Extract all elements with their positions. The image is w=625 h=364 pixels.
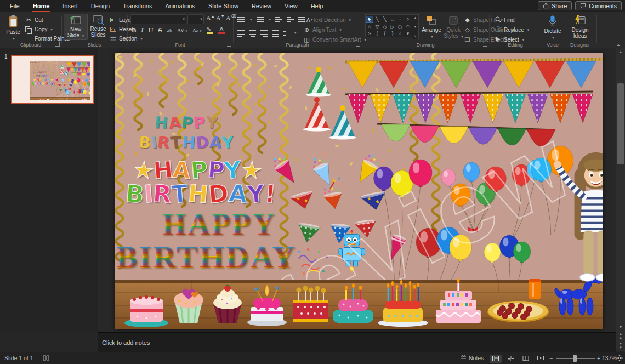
text-direction-button[interactable]: ↕AText Direction▾ <box>303 16 366 24</box>
patchwork-birthday-text[interactable]: BIRTHDAY <box>32 74 50 77</box>
previous-slide-button[interactable]: ▲▲ <box>616 332 625 340</box>
slide-canvas[interactable]: HAPPY BIRTHDAY ★HAPPY★ BIRTHDAY! HAPPY B… <box>115 53 603 329</box>
scrollbar-thumb[interactable] <box>617 83 624 164</box>
columns-button[interactable] <box>283 30 289 37</box>
bullets-button[interactable] <box>237 16 245 23</box>
pennant-flag <box>473 61 502 88</box>
scroll-up-arrow[interactable]: ▲ <box>616 48 625 55</box>
design-ideas-button[interactable]: DesignIdeas <box>569 14 592 39</box>
comments-button[interactable]: Comments <box>575 1 622 10</box>
fit-to-window-button[interactable] <box>616 355 623 362</box>
colorful-birthday-text[interactable]: BIRTHDAY! <box>115 181 286 207</box>
reading-view-button[interactable] <box>520 355 532 363</box>
find-button[interactable]: Find <box>495 16 529 24</box>
tab-home[interactable]: Home <box>26 0 56 12</box>
paragraph-dialog-launcher[interactable] <box>356 42 360 47</box>
tab-transitions[interactable]: Transitions <box>116 0 158 12</box>
next-slide-button[interactable]: ▼▼ <box>616 342 625 350</box>
confetti-piece <box>409 110 413 112</box>
tab-design[interactable]: Design <box>84 0 116 12</box>
hat-pompom <box>316 67 321 72</box>
zoom-in-button[interactable]: + <box>597 355 600 361</box>
tab-file[interactable]: File <box>3 0 26 12</box>
paste-button[interactable]: Paste▾ <box>2 14 25 42</box>
align-center-button[interactable] <box>249 29 256 38</box>
share-icon <box>543 3 549 9</box>
align-text-icon: ⊕ <box>303 26 310 33</box>
zoom-out-button[interactable]: − <box>549 355 553 361</box>
reuse-slides-button[interactable]: ReuseSlides <box>87 14 110 38</box>
comments-label: Comments <box>589 3 617 9</box>
font-dialog-launcher[interactable] <box>227 42 231 47</box>
confetti-piece <box>71 73 71 74</box>
metallic-birthday-text[interactable]: BIRTHDAY <box>30 61 39 63</box>
normal-view-button[interactable] <box>490 355 502 363</box>
increase-font-button[interactable]: A▲ <box>206 14 215 22</box>
collapse-ribbon-button[interactable]: ▲ <box>616 43 621 47</box>
metallic-birthday-text[interactable]: BIRTHDAY <box>116 238 297 275</box>
zoom-level[interactable]: 137% <box>602 355 617 361</box>
font-name-select[interactable]: ▾ <box>130 14 186 24</box>
tab-review[interactable]: Review <box>245 0 278 12</box>
confetti-piece <box>58 66 58 67</box>
shapes-scroll[interactable]: ▲▼⊽ <box>412 14 419 39</box>
align-right-button[interactable] <box>260 29 268 38</box>
confetti-piece <box>67 78 67 79</box>
quick-styles-button[interactable]: QuickStyles ▾ <box>442 14 465 40</box>
align-text-button[interactable]: ⊕Align Text▾ <box>303 26 366 34</box>
vertical-scrollbar[interactable]: ▲ ▼ ▲▲ ▼▼ <box>616 48 625 351</box>
font-size-select[interactable]: ▾ <box>188 14 204 24</box>
font-color-button[interactable]: A <box>218 27 225 34</box>
tab-slide-show[interactable]: Slide Show <box>202 0 245 12</box>
replace-button[interactable]: Replace▾ <box>495 26 529 34</box>
colorful-happy-text[interactable]: ★HAPPY★ <box>115 159 280 182</box>
underline-button[interactable]: U <box>149 26 154 35</box>
change-case-button[interactable]: Aa▾ <box>192 27 202 33</box>
increase-indent-button[interactable] <box>287 16 294 23</box>
quick-styles-icon <box>448 15 459 26</box>
pennant-flag <box>566 61 596 88</box>
scroll-down-arrow[interactable]: ▼ <box>616 323 625 331</box>
italic-button[interactable]: I <box>141 26 143 35</box>
slide-thumbnail[interactable]: HAPPY BIRTHDAY ★HAPPY★ BIRTHDAY! HAPPY B… <box>11 55 94 104</box>
share-button[interactable]: Share <box>538 1 572 10</box>
slide-sorter-view-button[interactable] <box>505 355 517 363</box>
notes-pane[interactable]: Click to add notes <box>98 332 616 352</box>
highlight-button[interactable]: ✎ <box>207 27 213 34</box>
strikethrough-button[interactable]: S <box>158 26 162 35</box>
new-slide-button[interactable]: NewSlide ▾ <box>64 14 88 40</box>
slideshow-view-button[interactable] <box>535 355 547 363</box>
drawing-dialog-launcher[interactable] <box>483 42 487 47</box>
patchwork-happy-text[interactable]: HAPPY <box>130 113 242 133</box>
char-strike-button[interactable]: ab <box>167 27 172 33</box>
notes-toggle[interactable]: Notes <box>461 355 484 361</box>
bold-button[interactable]: B <box>132 26 136 35</box>
select-shape-cell[interactable] <box>366 16 373 23</box>
justify-button[interactable] <box>272 29 279 38</box>
dictate-button[interactable]: Dictate▾ <box>541 14 564 41</box>
numbering-button[interactable] <box>257 16 264 23</box>
confetti-piece <box>147 92 149 96</box>
text-direction-icon: ↕A <box>303 17 310 24</box>
align-left-button[interactable] <box>237 29 245 38</box>
accessibility-icon[interactable] <box>43 355 49 362</box>
tab-view[interactable]: View <box>278 0 304 12</box>
clipboard-dialog-launcher[interactable] <box>55 42 60 47</box>
decrease-indent-button[interactable] <box>275 16 282 23</box>
decrease-font-button[interactable]: A▼ <box>216 14 225 22</box>
pink-cake <box>124 295 168 327</box>
char-spacing-button[interactable]: AV▾ <box>177 27 188 33</box>
colorful-birthday-text[interactable]: BIRTHDAY! <box>30 82 57 86</box>
tab-animations[interactable]: Animations <box>158 0 201 12</box>
arrange-button[interactable]: Arrange▾ <box>420 14 443 40</box>
metallic-happy-text[interactable]: HAPPY <box>162 207 276 242</box>
patchwork-birthday-text[interactable]: BIRTHDAY <box>130 133 242 152</box>
red-pattern-cake <box>293 286 328 322</box>
shapes-gallery[interactable]: ╲╲□▫○ △▽◇▷⬡◠ S({}☆▾ <box>365 14 412 37</box>
tab-insert[interactable]: Insert <box>56 0 84 12</box>
zoom-slider-thumb[interactable] <box>573 355 577 362</box>
slide-canvas[interactable]: HAPPY BIRTHDAY ★HAPPY★ BIRTHDAY! HAPPY B… <box>30 61 90 100</box>
tab-help[interactable]: Help <box>304 0 330 12</box>
letter: R <box>152 181 173 208</box>
find-icon <box>495 16 502 24</box>
